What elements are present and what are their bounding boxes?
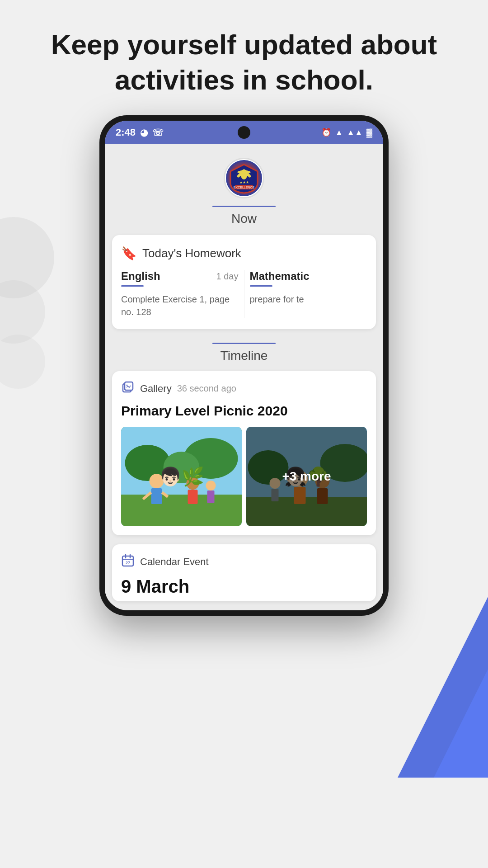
more-overlay[interactable]: +3 more [246,427,367,526]
whatsapp-icon: ☏ [152,127,164,138]
app-content: EXCELLENCE ★★★ Now 🔖 [105,144,383,601]
gallery-type: Gallery [140,383,172,395]
calendar-icon: 27 [121,553,135,570]
english-underline [121,285,144,287]
math-underline [250,285,272,287]
gallery-meta: Gallery 36 second ago [121,380,367,397]
math-desc: prepare for te [250,293,367,306]
gallery-image-2[interactable]: +3 more [246,427,367,526]
subject-english: English 1 day Complete Exercise 1, page … [121,270,244,318]
homework-icon: 🔖 [121,246,137,261]
svg-text:EXCELLENCE: EXCELLENCE [234,186,255,189]
svg-rect-18 [207,491,215,503]
homework-title: Today's Homework [142,246,241,260]
calendar-card: 27 Calendar Event 9 March [112,544,376,601]
alarm-icon: ⏰ [321,127,331,137]
gallery-card: Gallery 36 second ago Primary Level Picn… [112,371,376,535]
svg-text:27: 27 [126,561,130,565]
gallery-time: 36 second ago [177,383,236,394]
now-tab[interactable]: Now [114,206,374,235]
svg-point-15 [187,477,199,490]
calendar-meta: 27 Calendar Event [121,553,367,570]
svg-rect-16 [188,490,198,504]
status-bar: 2:48 ◕ ☏ ⏰ ▲ ▲▲ ▓ [105,121,383,144]
camera-notch [238,126,250,139]
logo-inner: EXCELLENCE ★★★ [226,160,262,196]
calendar-date: 9 March [121,576,367,597]
english-desc: Complete Exercise 1, page no. 128 [121,293,239,318]
svg-rect-10 [121,495,242,526]
english-name-row: English 1 day [121,270,239,283]
phone-frame: 2:48 ◕ ☏ ⏰ ▲ ▲▲ ▓ [99,115,389,616]
school-header: EXCELLENCE ★★★ Now [105,144,383,235]
status-time: 2:48 [116,127,136,138]
school-emblem: EXCELLENCE ★★★ [228,162,260,194]
svg-point-11 [150,474,164,488]
wifi-icon: ▲ [335,128,343,137]
math-name: Mathematic [250,270,310,283]
timeline-tab[interactable]: Timeline [105,338,383,371]
svg-rect-4 [125,382,133,390]
camera-notch-container [238,126,250,139]
gallery-event-title: Primary Level Picnic 2020 [121,403,367,419]
timeline-underline [212,343,276,344]
svg-point-17 [206,481,216,491]
gallery-icon [121,380,135,397]
calendar-type: Calendar Event [140,556,209,568]
now-tab-label: Now [231,212,257,226]
timeline-label: Timeline [221,349,268,363]
gallery-image-1[interactable] [121,427,242,526]
status-bar-right: ⏰ ▲ ▲▲ ▓ [321,127,372,137]
subject-math: Mathematic prepare for te [244,270,367,318]
homework-subjects: English 1 day Complete Exercise 1, page … [121,270,367,318]
svg-text:★★★: ★★★ [239,180,249,184]
phone-wrapper: 2:48 ◕ ☏ ⏰ ▲ ▲▲ ▓ [0,115,488,616]
messaging-icon: ◕ [140,127,148,138]
homework-card: 🔖 Today's Homework English 1 day Complet… [112,235,376,329]
timeline-section: Timeline [105,338,383,601]
now-tab-underline [212,206,276,207]
gallery-images: +3 more [121,427,367,526]
page-headline: Keep yourself updated about activities i… [0,0,488,115]
math-name-row: Mathematic [250,270,367,283]
english-name: English [121,270,160,283]
bg-triangle-2 [434,669,488,778]
english-days: 1 day [216,271,239,282]
svg-point-7 [125,445,170,481]
status-bar-left: 2:48 ◕ ☏ [116,127,164,138]
svg-point-9 [164,452,200,483]
school-logo: EXCELLENCE ★★★ [224,158,264,198]
svg-point-5 [127,385,128,386]
phone-screen: 2:48 ◕ ☏ ⏰ ▲ ▲▲ ▓ [105,121,383,610]
battery-icon: ▓ [366,128,372,137]
homework-header: 🔖 Today's Homework [121,246,367,261]
more-count: +3 more [282,469,331,484]
svg-rect-12 [151,488,162,504]
signal-icon: ▲▲ [347,128,363,137]
